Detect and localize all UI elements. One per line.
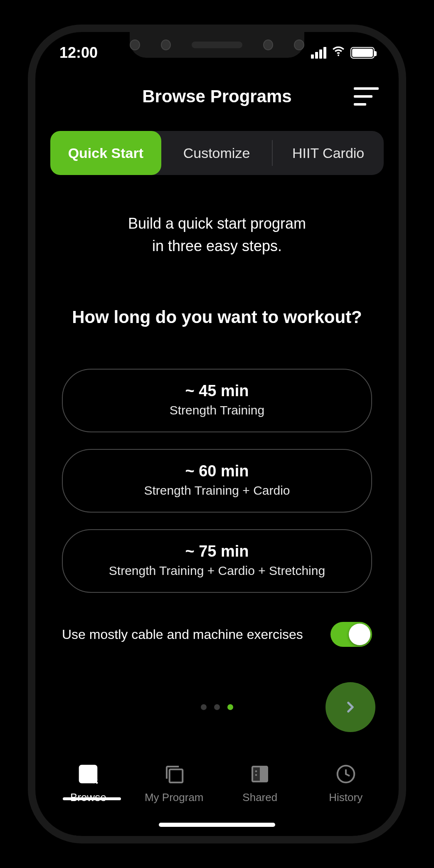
svg-rect-9 (260, 767, 267, 782)
nav-my-program[interactable]: My Program (131, 763, 217, 804)
nav-shared[interactable]: Shared (217, 763, 303, 804)
clock-icon (335, 763, 357, 785)
tab-customize[interactable]: Customize (161, 131, 272, 175)
svg-point-10 (255, 770, 257, 772)
svg-point-11 (255, 774, 257, 776)
page-title: Browse Programs (142, 86, 291, 106)
svg-line-6 (96, 782, 98, 784)
svg-rect-7 (170, 769, 183, 783)
duration-option-45[interactable]: ~ 45 min Strength Training (62, 369, 372, 432)
option-desc: Strength Training (71, 403, 363, 417)
program-mode-tabs: Quick Start Customize HIIT Cardio (50, 131, 384, 175)
wifi-icon (331, 44, 345, 62)
option-time: ~ 75 min (71, 542, 363, 560)
browse-icon (77, 763, 99, 785)
stack-icon (163, 763, 185, 785)
cellular-icon (311, 47, 326, 59)
duration-option-75[interactable]: ~ 75 min Strength Training + Cardio + St… (62, 529, 372, 593)
tab-hiit-cardio[interactable]: HIIT Cardio (273, 131, 384, 175)
intro-text: Build a quick start program in three eas… (55, 212, 379, 257)
nav-history[interactable]: History (303, 763, 389, 804)
status-time: 12:00 (59, 44, 98, 62)
option-desc: Strength Training + Cardio + Stretching (71, 564, 363, 578)
duration-option-60[interactable]: ~ 60 min Strength Training + Cardio (62, 449, 372, 513)
menu-button[interactable] (354, 87, 379, 106)
shared-icon (249, 763, 271, 785)
home-indicator[interactable] (159, 823, 275, 827)
battery-icon (350, 47, 375, 59)
tab-quick-start[interactable]: Quick Start (50, 131, 161, 175)
option-time: ~ 60 min (71, 462, 363, 480)
svg-point-0 (338, 54, 339, 56)
machine-exercises-label: Use mostly cable and machine exercises (62, 627, 303, 642)
active-tab-indicator (63, 797, 121, 800)
next-button[interactable] (326, 682, 375, 732)
machine-exercises-toggle[interactable] (330, 622, 372, 647)
step-question: How long do you want to workout? (55, 307, 379, 327)
page-indicator (201, 704, 233, 710)
option-time: ~ 45 min (71, 382, 363, 400)
option-desc: Strength Training + Cardio (71, 483, 363, 498)
